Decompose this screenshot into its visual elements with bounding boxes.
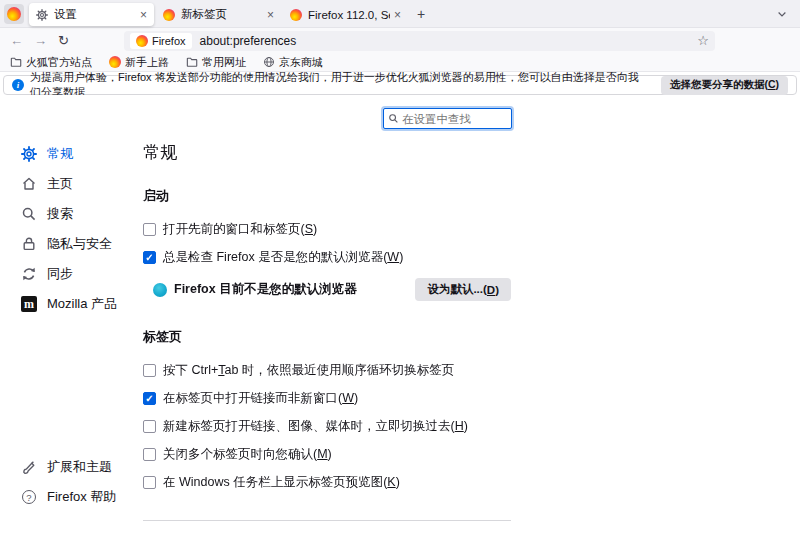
preferences-page: 常规 主页 搜索 隐私与安全 同步 m Mo <box>0 95 800 532</box>
globe-icon <box>263 56 275 68</box>
sidebar-item-mozilla-products[interactable]: m Mozilla 产品 <box>0 289 143 319</box>
sidebar-item-general[interactable]: 常规 <box>0 139 143 169</box>
home-icon <box>21 176 37 192</box>
checkbox-label: 新建标签页打开链接、图像、媒体时，立即切换过去(H) <box>163 418 468 435</box>
check-icon: ✓ <box>144 252 155 263</box>
sync-icon <box>21 266 37 282</box>
choose-shared-data-button[interactable]: 选择您要分享的数据(C) <box>661 76 788 95</box>
tabs-section-title: 标签页 <box>143 328 511 346</box>
new-tab-button[interactable]: + <box>417 6 425 22</box>
forward-button[interactable]: → <box>34 34 47 47</box>
preferences-main-pane: 常规 启动 ✓ 打开先前的窗口和标签页(S) ✓ 总是检查 Firefox 是否… <box>143 95 511 532</box>
checkbox-label: 在 Windows 任务栏上显示标签页预览图(K) <box>163 474 400 491</box>
checkbox-open-links-in-tabs[interactable]: ✓ 在标签页中打开链接而非新窗口(W) <box>143 390 511 407</box>
sidebar-item-extensions-themes[interactable]: 扩展和主题 <box>0 452 143 482</box>
checkbox-always-check-default[interactable]: ✓ 总是检查 Firefox 是否是您的默认浏览器(W) <box>143 249 511 266</box>
reload-button[interactable]: ↻ <box>58 34 69 47</box>
info-icon: i <box>12 79 24 91</box>
default-browser-row: Firefox 目前不是您的默认浏览器 设为默认...(D) <box>143 278 511 301</box>
tab-title: 设置 <box>54 7 136 22</box>
checkbox-switch-to-new-tab[interactable]: ✓ 新建标签页打开链接、图像、媒体时，立即切换过去(H) <box>143 418 511 435</box>
firefox-app-button[interactable] <box>4 4 24 24</box>
url-text: about:preferences <box>200 34 297 48</box>
sidebar-item-label: 主页 <box>47 175 73 193</box>
firefox-logo-icon <box>163 9 175 21</box>
startup-section-title: 启动 <box>143 187 511 205</box>
tab-firefox-whatsnew[interactable]: Firefox 112.0, See All New Fe × <box>283 3 408 26</box>
tab-bar: 设置 × 新标签页 × Firefox 112.0, See All New F… <box>0 0 800 28</box>
checkbox-label: 总是检查 Firefox 是否是您的默认浏览器(W) <box>163 249 403 266</box>
checkbox[interactable]: ✓ <box>143 476 156 489</box>
sidebar-item-label: Firefox 帮助 <box>47 488 116 506</box>
section-divider <box>143 520 511 521</box>
checkbox-restore-previous-session[interactable]: ✓ 打开先前的窗口和标签页(S) <box>143 221 511 238</box>
sidebar-item-firefox-help[interactable]: ? Firefox 帮助 <box>0 482 143 512</box>
bookmark-label: 火狐官方站点 <box>26 55 92 70</box>
sidebar-item-label: 隐私与安全 <box>47 235 112 253</box>
tab-overflow-chevron-down-icon[interactable] <box>776 8 788 20</box>
sidebar-item-label: Mozilla 产品 <box>47 295 117 313</box>
checkbox-ctrl-tab-recent-order[interactable]: ✓ 按下 Ctrl+Tab 时，依照最近使用顺序循环切换标签页 <box>143 362 511 379</box>
globe-status-icon <box>153 283 167 297</box>
data-sharing-infobar: i 为提高用户体验，Firefox 将发送部分功能的使用情况给我们，用于进一步优… <box>3 75 797 95</box>
sidebar-item-home[interactable]: 主页 <box>0 169 143 199</box>
sidebar-footer: 扩展和主题 ? Firefox 帮助 <box>0 452 143 512</box>
sidebar-item-label: 扩展和主题 <box>47 458 112 476</box>
checkbox[interactable]: ✓ <box>143 448 156 461</box>
close-icon[interactable]: × <box>140 9 147 21</box>
tab-title: Firefox 112.0, See All New Fe <box>308 9 390 21</box>
lock-icon <box>21 236 37 252</box>
checkbox-taskbar-tab-previews[interactable]: ✓ 在 Windows 任务栏上显示标签页预览图(K) <box>143 474 511 491</box>
tab-new-tab[interactable]: 新标签页 × <box>156 3 281 26</box>
checkbox-label: 按下 Ctrl+Tab 时，依照最近使用顺序循环切换标签页 <box>163 362 454 379</box>
settings-sidebar: 常规 主页 搜索 隐私与安全 同步 m Mo <box>0 139 143 532</box>
checkbox[interactable]: ✓ <box>143 364 156 377</box>
sidebar-item-privacy-security[interactable]: 隐私与安全 <box>0 229 143 259</box>
bookmark-star-icon[interactable]: ☆ <box>697 34 709 47</box>
mozilla-logo-icon: m <box>21 296 37 312</box>
checkbox-label: 打开先前的窗口和标签页(S) <box>163 221 317 238</box>
sidebar-item-label: 搜索 <box>47 205 73 223</box>
checkbox[interactable]: ✓ <box>143 392 156 405</box>
close-icon[interactable]: × <box>394 9 401 21</box>
firefox-logo-icon <box>290 9 302 21</box>
default-browser-status: Firefox 目前不是您的默认浏览器 <box>174 281 357 298</box>
bookmark-getting-started[interactable]: 新手上路 <box>109 55 169 70</box>
checkbox-label: 在标签页中打开链接而非新窗口(W) <box>163 390 358 407</box>
check-icon: ✓ <box>144 393 155 404</box>
bookmark-label: 京东商城 <box>279 55 323 70</box>
bookmark-folder-huohu-official[interactable]: 火狐官方站点 <box>10 55 92 70</box>
sidebar-item-label: 常规 <box>47 145 73 163</box>
question-icon: ? <box>21 490 37 504</box>
sidebar-item-search[interactable]: 搜索 <box>0 199 143 229</box>
bookmark-label: 新手上路 <box>125 55 169 70</box>
sidebar-item-sync[interactable]: 同步 <box>0 259 143 289</box>
back-button[interactable]: ← <box>10 34 23 47</box>
search-icon <box>21 206 37 222</box>
site-chip-label: Firefox <box>152 35 186 47</box>
bookmark-folder-common-sites[interactable]: 常用网址 <box>186 55 246 70</box>
firefox-logo-icon <box>7 7 21 21</box>
checkbox-label: 关闭多个标签页时向您确认(M) <box>163 446 332 463</box>
paintbrush-icon <box>21 459 37 475</box>
gear-icon <box>36 9 48 21</box>
site-identity-chip[interactable]: Firefox <box>130 33 192 49</box>
firefox-logo-icon <box>109 56 121 68</box>
close-icon[interactable]: × <box>267 9 274 21</box>
checkbox[interactable]: ✓ <box>143 223 156 236</box>
sidebar-item-label: 同步 <box>47 265 73 283</box>
url-bar[interactable]: Firefox about:preferences ☆ <box>124 31 715 51</box>
bookmark-label: 常用网址 <box>202 55 246 70</box>
set-default-button[interactable]: 设为默认...(D) <box>415 278 511 301</box>
page-title: 常规 <box>143 141 511 164</box>
bookmark-jd-mall[interactable]: 京东商城 <box>263 55 323 70</box>
gear-icon <box>21 146 37 162</box>
tab-title: 新标签页 <box>181 7 263 22</box>
navigation-toolbar: ← → ↻ Firefox about:preferences ☆ <box>0 28 800 53</box>
folder-icon <box>10 56 22 68</box>
folder-icon <box>186 56 198 68</box>
checkbox[interactable]: ✓ <box>143 251 156 264</box>
tab-settings[interactable]: 设置 × <box>29 3 154 26</box>
checkbox-confirm-close-multiple-tabs[interactable]: ✓ 关闭多个标签页时向您确认(M) <box>143 446 511 463</box>
checkbox[interactable]: ✓ <box>143 420 156 433</box>
